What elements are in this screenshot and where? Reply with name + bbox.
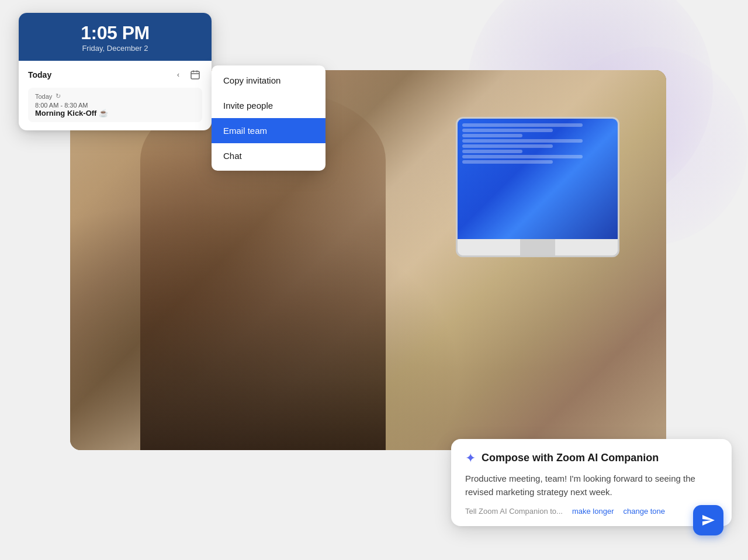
calendar-time: 1:05 PM [30,23,200,42]
event-emoji: ☕ [99,109,108,117]
monitor-bar [462,155,583,158]
monitor-bar [462,150,522,153]
ai-companion-card: ✦ Compose with Zoom AI Companion Product… [451,439,732,527]
send-button[interactable] [693,505,723,535]
dropdown-menu: Copy invitation Invite people Email team… [212,65,325,171]
calendar-nav: Today ‹ [28,68,202,82]
event-time: 8:00 AM - 8:30 AM [35,102,195,109]
event-title-text: Morning Kick-Off [35,109,96,117]
monitor-screen [458,119,618,239]
ai-star-icon: ✦ [465,452,476,465]
ai-card-body: Productive meeting, team! I'm looking fo… [465,472,718,499]
menu-item-chat[interactable]: Chat [212,143,325,168]
monitor-bar [462,139,583,143]
menu-item-email-team[interactable]: Email team [212,118,325,143]
ai-change-tone-button[interactable]: change tone [623,507,665,516]
calendar-widget: 1:05 PM Friday, December 2 Today ‹ Today… [19,13,212,130]
desk-monitor [456,117,619,257]
ai-card-footer: Tell Zoom AI Companion to... make longer… [465,507,718,516]
monitor-bar [462,144,553,148]
monitor-bar [462,160,553,164]
calendar-event: Today ↻ 8:00 AM - 8:30 AM Morning Kick-O… [28,88,202,122]
calendar-header: 1:05 PM Friday, December 2 [19,13,212,61]
monitor-bar [462,134,522,137]
ai-footer-prompt: Tell Zoom AI Companion to... [465,507,563,516]
calendar-date: Friday, December 2 [30,44,200,53]
ai-make-longer-button[interactable]: make longer [572,507,614,516]
calendar-nav-buttons: ‹ [172,68,202,82]
monitor-bar [462,123,583,127]
calendar-view-button[interactable] [188,68,202,82]
svg-rect-0 [191,71,199,79]
event-meta: Today ↻ [35,92,195,100]
menu-item-copy-invitation[interactable]: Copy invitation [212,68,325,93]
calendar-today-label: Today [28,70,51,79]
ai-card-title: Compose with Zoom AI Companion [482,452,659,464]
event-today-tag: Today [35,93,52,100]
calendar-body: Today ‹ Today ↻ 8:00 AM - 8:30 AM Morn [19,61,212,130]
monitor-bar [462,129,553,132]
event-title: Morning Kick-Off ☕ [35,109,195,117]
refresh-icon: ↻ [56,92,61,100]
calendar-prev-button[interactable]: ‹ [172,68,185,81]
monitor-stand [520,239,555,255]
menu-item-invite-people[interactable]: Invite people [212,93,325,118]
ai-card-header: ✦ Compose with Zoom AI Companion [465,452,718,465]
